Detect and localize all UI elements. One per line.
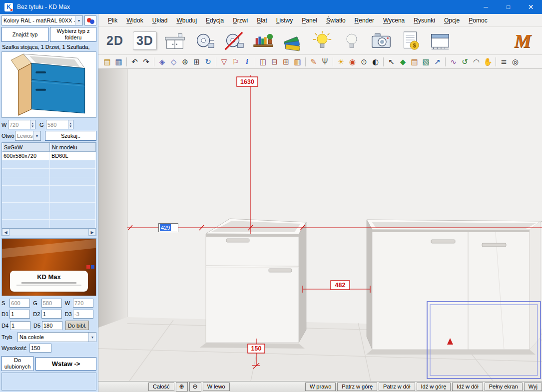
contrast-icon[interactable]: ◐ [370,56,381,67]
param-d3-input[interactable] [73,310,93,319]
param-d5-input[interactable] [42,321,62,330]
look-up-button[interactable]: Patrz w górę [337,383,377,391]
lamp-icon[interactable]: Ψ [320,56,330,67]
measure-tool-button[interactable] [193,29,216,52]
exit-button[interactable]: Wyj [524,383,542,391]
insert-button[interactable]: Wstaw -> [35,357,96,371]
flag-icon[interactable]: ⚐ [230,56,241,67]
menu-panel[interactable]: Panel [297,15,322,26]
close-button[interactable]: ✕ [520,0,542,14]
wire-box-icon[interactable]: ◇ [168,56,179,67]
search-button[interactable]: Szukaj.. [45,131,96,141]
zoom-in-button[interactable]: ⊕ [176,382,188,392]
scroll-left-icon[interactable]: ◀ [2,229,9,236]
opening-side-dropdown[interactable]: Lewost ▼ [15,131,41,141]
mode-dropdown[interactable]: Na cokole ▼ [17,332,96,342]
spinner-icons[interactable]: ▲▼ [30,120,35,129]
table-row[interactable] [2,160,96,169]
cursor-icon[interactable]: ↖ [386,56,397,67]
green-box-icon[interactable]: ◆ [398,56,408,67]
zoom-area-icon[interactable]: ⊙ [359,56,369,67]
info-icon[interactable]: i [242,56,252,67]
depth-input[interactable] [46,120,68,129]
pan-right-button[interactable]: W prawo [305,383,336,391]
table-row[interactable] [2,169,96,177]
menu-blat[interactable]: Blat [252,15,272,26]
find-type-button[interactable]: Znajdź typ [1,27,48,42]
column-model[interactable]: Nr modelu [50,143,96,152]
light-on-button[interactable] [311,29,334,52]
dimension-width-input[interactable]: 429 [158,223,178,232]
column-size[interactable]: SxGxW [2,143,50,152]
menu-edycja[interactable]: Edycja [201,15,228,26]
zoom-window-icon[interactable]: ⊞ [191,56,202,67]
pane-left-icon[interactable]: ◫ [258,56,268,67]
pane-grid-icon[interactable]: ⊞ [281,56,291,67]
valuation-button[interactable]: $ [399,29,422,52]
color-scheme-dropdown[interactable]: Kolory RAL - mat\RAL 90XX - od ▼ [1,15,83,25]
menu-wbuduj[interactable]: Wbuduj [172,15,201,26]
zoom-in-icon[interactable]: ⊕ [180,56,190,67]
hand-icon[interactable]: ✋ [483,56,493,67]
app-logo-icon[interactable]: K [4,3,13,11]
menu-drzwi[interactable]: Drzwi [228,15,252,26]
redo-icon[interactable]: ↷ [141,56,151,67]
cabinet-right[interactable] [366,220,542,355]
light-button[interactable] [340,29,363,52]
cabinet-tool-button[interactable] [163,29,186,52]
favorites-button[interactable]: Do ulubionych [1,356,33,371]
fullscreen-button[interactable]: Pełny ekran [485,383,523,391]
eye-icon[interactable]: ◎ [510,56,521,67]
orbit-icon[interactable]: ◠ [471,56,482,67]
menu-widok[interactable]: Widok [122,15,147,26]
menu-render[interactable]: Render [350,15,379,26]
panel-tool-button[interactable] [429,29,452,52]
table-row[interactable] [2,194,96,203]
viewport[interactable]: 1630 482 150 429 [98,69,542,381]
list-icon[interactable]: ≡ [499,56,509,67]
link-icon[interactable]: ∿ [448,56,459,67]
to-library-button[interactable]: Do bibl. [65,321,89,330]
menu-wycena[interactable]: Wycena [379,15,409,26]
pane-bottom-icon[interactable]: ⊟ [269,56,280,67]
results-table[interactable]: SxGxW Nr modelu 600x580x720 BD60L [1,142,96,229]
render-dot-icon[interactable]: ◉ [347,56,358,67]
measure-off-button[interactable] [222,29,245,52]
view-3d-button[interactable]: 3D [133,31,157,50]
scroll-right-icon[interactable]: ▶ [88,229,96,236]
plinth-height-input[interactable] [29,344,51,353]
menu-swiatlo[interactable]: Światło [322,15,350,26]
render-button[interactable] [370,29,393,52]
menu-plik[interactable]: Plik [103,15,122,26]
fit-view-button[interactable]: Całość [148,383,174,391]
minimize-button[interactable]: ─ [475,0,497,14]
cabinet-left[interactable] [200,219,306,349]
spinner-icons[interactable]: ▲▼ [68,120,73,129]
colors-button[interactable] [281,29,304,52]
funnel-icon[interactable]: ▽ [219,56,229,67]
library-icon[interactable]: ▤ [409,56,420,67]
menu-uklad[interactable]: Układ [148,15,172,26]
param-w-input[interactable] [73,299,93,308]
save-icon[interactable]: ▦ [113,56,124,67]
table-row[interactable] [2,211,96,220]
chevron-down-icon[interactable]: ▼ [33,131,40,140]
chevron-down-icon[interactable]: ▼ [88,333,96,342]
table-row[interactable] [2,177,96,186]
pane-right-icon[interactable]: ▥ [292,56,303,67]
maximize-button[interactable]: □ [497,0,520,14]
width-stepper[interactable]: ▲▼ [8,120,35,129]
width-input[interactable] [8,120,30,129]
solid-box-icon[interactable]: ◈ [157,56,167,67]
pan-left-button[interactable]: W lewo [203,383,230,391]
pencil-icon[interactable]: ✎ [308,56,319,67]
table-row[interactable] [2,203,96,211]
menu-pomoc[interactable]: Pomoc [464,15,492,26]
table-row[interactable]: 600x580x720 BD60L [2,152,96,160]
param-s-input[interactable] [9,299,30,308]
table-row[interactable] [2,186,96,194]
rotate-icon[interactable]: ↺ [460,56,470,67]
table-scrollbar[interactable]: ◀ ▶ [1,229,96,236]
table-row[interactable] [2,220,96,228]
view-2d-button[interactable]: 2D [103,32,126,49]
